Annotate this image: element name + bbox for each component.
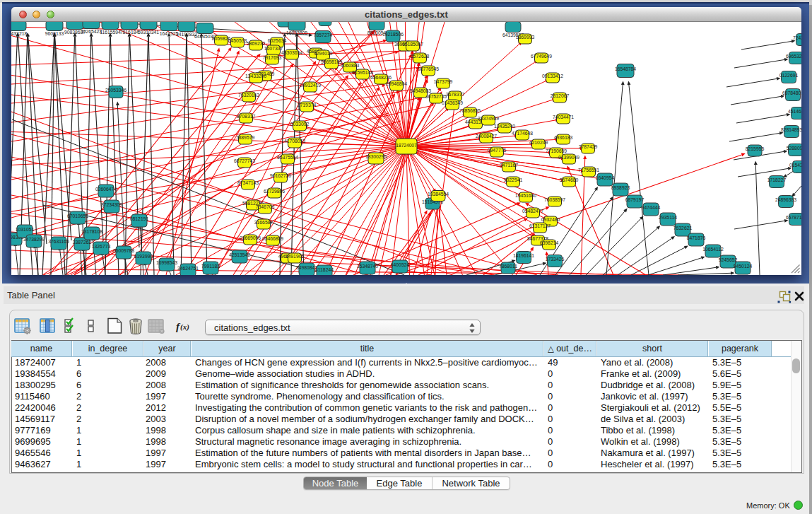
svg-text:1326773: 1326773 xyxy=(92,244,111,249)
svg-text:16033809: 16033809 xyxy=(286,30,307,35)
svg-text:41708053: 41708053 xyxy=(284,139,305,144)
svg-text:87347143: 87347143 xyxy=(237,180,259,185)
svg-text:61317127: 61317127 xyxy=(529,223,551,228)
svg-text:74034471: 74034471 xyxy=(553,115,574,119)
svg-text:7917693: 7917693 xyxy=(263,55,282,60)
svg-text:61595148: 61595148 xyxy=(352,70,373,75)
svg-text:9474444: 9474444 xyxy=(642,205,661,210)
svg-text:1869993: 1869993 xyxy=(516,35,535,40)
svg-text:03482477: 03482477 xyxy=(522,209,543,214)
svg-text:09133412: 09133412 xyxy=(542,74,563,78)
svg-text:24008427: 24008427 xyxy=(476,134,497,139)
svg-text:4060883: 4060883 xyxy=(341,63,360,68)
svg-text:2935114: 2935114 xyxy=(659,215,677,220)
svg-text:1640954: 1640954 xyxy=(596,175,615,180)
svg-text:9450124: 9450124 xyxy=(734,264,753,269)
svg-text:78856855: 78856855 xyxy=(459,108,481,113)
svg-text:6879197: 6879197 xyxy=(625,197,645,202)
svg-text:18724007: 18724007 xyxy=(396,143,417,148)
svg-text:0947775: 0947775 xyxy=(488,148,507,153)
svg-text:72423884: 72423884 xyxy=(793,35,801,40)
svg-text:0122691: 0122691 xyxy=(779,73,799,78)
svg-text:29912419: 29912419 xyxy=(300,83,321,88)
svg-text:19384554: 19384554 xyxy=(428,192,449,197)
svg-text:0812191: 0812191 xyxy=(130,216,149,221)
svg-text:4294019: 4294019 xyxy=(314,51,333,56)
svg-text:4936183: 4936183 xyxy=(554,135,573,140)
svg-text:5869232: 5869232 xyxy=(247,41,266,46)
svg-text:7991183: 7991183 xyxy=(201,264,220,269)
svg-text:0450533: 0450533 xyxy=(228,38,247,43)
svg-text:(x): (x) xyxy=(180,322,189,332)
svg-text:13433200: 13433200 xyxy=(245,74,266,78)
svg-text:40265423: 40265423 xyxy=(81,29,102,34)
svg-text:62729806: 62729806 xyxy=(264,189,285,194)
svg-text:68727743: 68727743 xyxy=(234,158,255,163)
svg-text:2812067: 2812067 xyxy=(551,93,570,98)
svg-text:42513542: 42513542 xyxy=(229,252,250,257)
svg-text:9600133: 9600133 xyxy=(45,31,64,36)
svg-text:37631165: 37631165 xyxy=(48,239,69,244)
svg-text:16548784: 16548784 xyxy=(615,66,636,71)
svg-text:9022941: 9022941 xyxy=(504,177,523,182)
svg-text:50752735: 50752735 xyxy=(425,94,447,99)
svg-text:8471876: 8471876 xyxy=(687,235,706,240)
svg-text:0433218: 0433218 xyxy=(11,31,27,36)
svg-text:87234309: 87234309 xyxy=(101,202,122,207)
svg-text:13435240: 13435240 xyxy=(494,124,515,129)
svg-text:05009788: 05009788 xyxy=(113,248,134,253)
svg-text:16998543: 16998543 xyxy=(156,260,177,265)
svg-text:29946804: 29946804 xyxy=(386,81,407,86)
svg-text:34624751: 34624751 xyxy=(177,266,199,271)
svg-text:24896383: 24896383 xyxy=(775,197,796,202)
svg-text:47174648: 47174648 xyxy=(512,131,533,136)
svg-text:8708317: 8708317 xyxy=(237,114,256,119)
svg-text:6398214: 6398214 xyxy=(540,240,559,245)
svg-text:19218506: 19218506 xyxy=(382,32,404,37)
svg-text:65185067: 65185067 xyxy=(402,42,423,47)
svg-text:84980841: 84980841 xyxy=(296,265,317,270)
svg-text:6193990: 6193990 xyxy=(134,254,153,259)
svg-text:03669096: 03669096 xyxy=(240,235,261,240)
svg-text:6572628: 6572628 xyxy=(411,54,430,59)
svg-text:54948083: 54948083 xyxy=(410,88,431,93)
svg-text:71756551: 71756551 xyxy=(578,168,599,173)
svg-text:01436349: 01436349 xyxy=(442,100,463,105)
svg-text:18300295: 18300295 xyxy=(365,154,387,159)
svg-text:3166587: 3166587 xyxy=(254,220,273,225)
svg-text:1733426: 1733426 xyxy=(546,257,565,262)
svg-text:6025634: 6025634 xyxy=(268,38,287,43)
svg-text:90162720: 90162720 xyxy=(270,173,291,178)
svg-text:65787133: 65787133 xyxy=(786,215,801,220)
svg-text:4210249: 4210249 xyxy=(529,140,548,145)
svg-text:59310341: 59310341 xyxy=(138,30,159,35)
svg-text:14196141: 14196141 xyxy=(513,253,534,258)
svg-text:69653287: 69653287 xyxy=(786,54,801,59)
svg-text:7868011: 7868011 xyxy=(499,264,517,269)
svg-text:0033092: 0033092 xyxy=(290,122,310,127)
svg-text:98776945: 98776945 xyxy=(418,66,439,71)
svg-text:1031051: 1031051 xyxy=(16,227,35,232)
svg-text:7346706: 7346706 xyxy=(256,204,275,209)
svg-text:01399049: 01399049 xyxy=(558,155,579,160)
svg-text:67010651: 67010651 xyxy=(67,214,88,218)
svg-text:9245652: 9245652 xyxy=(719,257,738,262)
svg-text:55698169: 55698169 xyxy=(321,59,342,64)
svg-text:8938923: 8938923 xyxy=(611,185,630,190)
svg-text:1473799: 1473799 xyxy=(434,79,453,84)
svg-text:34738299: 34738299 xyxy=(23,237,45,242)
svg-text:01543039: 01543039 xyxy=(789,163,801,168)
svg-text:25053346: 25053346 xyxy=(105,88,126,93)
svg-text:65648236: 65648236 xyxy=(370,75,392,80)
svg-text:35348740: 35348740 xyxy=(357,264,378,269)
svg-text:3678377: 3678377 xyxy=(446,92,465,97)
svg-text:6400524: 6400524 xyxy=(391,262,410,267)
svg-text:7816184: 7816184 xyxy=(120,30,139,35)
svg-text:67749649: 67749649 xyxy=(531,54,552,59)
svg-text:3387262: 3387262 xyxy=(73,240,92,245)
svg-text:43303654: 43303654 xyxy=(281,50,302,55)
svg-text:1718227: 1718227 xyxy=(767,177,787,182)
svg-text:5288095: 5288095 xyxy=(787,146,801,151)
svg-text:76320163: 76320163 xyxy=(238,93,259,98)
svg-text:11615594: 11615594 xyxy=(100,30,121,35)
